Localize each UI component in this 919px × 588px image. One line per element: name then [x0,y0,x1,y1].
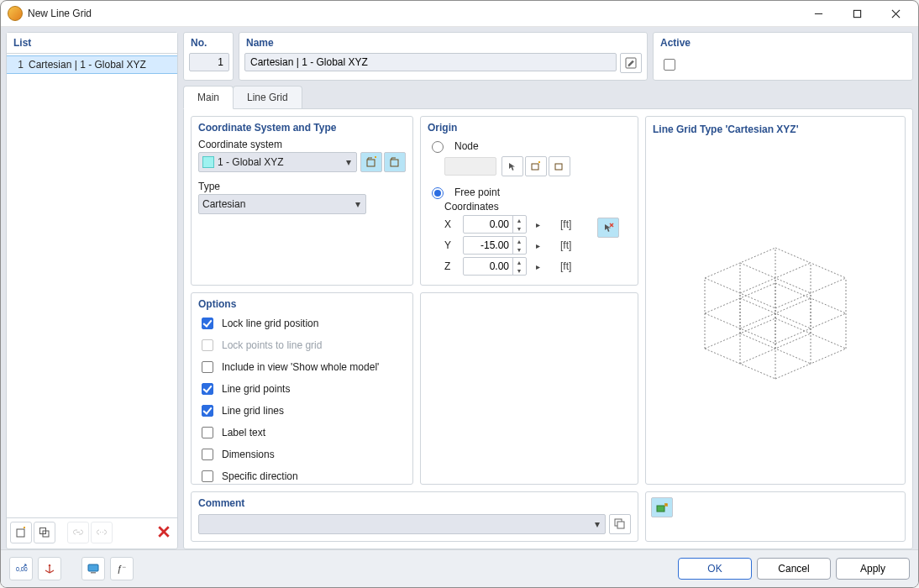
comment-library-button[interactable] [609,514,631,534]
coord-unit: [ft] [560,260,580,272]
preview-title: Line Grid Type 'Cartesian XYZ' [653,123,898,135]
coord-unit: [ft] [560,239,580,251]
svg-rect-12 [532,164,538,170]
option-row: Line grid points [198,381,406,397]
edit-cs-button[interactable] [384,152,406,172]
name-panel: Name [239,32,648,81]
list-item-index: 1 [13,59,24,71]
option-checkbox[interactable] [202,470,213,482]
spin-down-icon[interactable]: ▼ [513,266,525,275]
list-item-label: Cartesian | 1 - Global XYZ [29,59,146,71]
option-label: Specific direction [222,470,298,482]
coord-z-input[interactable] [464,258,512,275]
origin-freepoint-label: Free point [454,186,500,198]
maximize-button[interactable] [838,1,876,26]
arrow-right-icon[interactable]: ▸ [532,262,544,271]
svg-rect-10 [367,160,375,166]
name-input[interactable] [244,53,617,71]
option-checkbox[interactable] [202,449,213,460]
option-checkbox[interactable] [202,318,213,329]
name-label: Name [239,33,647,53]
coord-system-value: 1 - Global XYZ [218,156,344,168]
coord-axis-label: Z [444,260,460,272]
origin-freepoint-radio[interactable] [432,187,444,199]
cancel-button[interactable]: Cancel [757,558,831,580]
option-label: Include in view 'Show whole model' [222,361,379,373]
pick-point-button[interactable] [597,218,619,238]
svg-rect-47 [88,564,98,571]
spin-down-icon[interactable]: ▼ [513,224,525,233]
ok-button[interactable]: OK [678,558,752,580]
coord-z-spin[interactable]: ▲▼ [463,257,527,276]
footer-tool-cs[interactable] [38,557,61,580]
tab-main[interactable]: Main [183,86,234,109]
options-title: Options [198,298,406,310]
svg-rect-13 [555,164,562,170]
new-cs-button[interactable] [360,152,382,172]
list-body[interactable]: 1 Cartesian | 1 - Global XYZ [7,54,177,517]
footer-tool-units[interactable]: 0,00 [9,557,33,580]
delete-item-button[interactable] [154,522,174,542]
tab-line-grid[interactable]: Line Grid [233,86,302,109]
option-label: Lock points to line grid [222,339,322,351]
svg-rect-44 [617,522,624,528]
apply-button[interactable]: Apply [836,558,910,580]
spin-up-icon[interactable]: ▲ [513,258,525,266]
option-label: Line grid points [222,383,290,395]
edit-name-button[interactable] [620,53,642,73]
origin-title: Origin [428,122,631,134]
footer-tool-display[interactable] [81,557,105,580]
no-label: No. [184,33,233,53]
list-item[interactable]: 1 Cartesian | 1 - Global XYZ [7,55,177,74]
coord-section-title: Coordinate System and Type [198,122,406,134]
coord-system-combo[interactable]: 1 - Global XYZ ▾ [198,152,357,172]
svg-rect-45 [657,506,664,512]
type-combo[interactable]: Cartesian ▾ [198,194,366,214]
coord-axis-label: Y [444,239,460,251]
blank-panel [420,292,638,485]
copy-item-button[interactable] [34,522,55,543]
coord-axis-label: X [444,218,460,230]
coord-x-spin[interactable]: ▲▼ [463,215,527,234]
arrow-right-icon[interactable]: ▸ [532,220,544,229]
arrow-right-icon[interactable]: ▸ [532,241,544,250]
option-row: Line grid lines [198,402,406,419]
coord-y-input[interactable] [464,237,512,254]
active-checkbox[interactable] [664,59,675,71]
option-label: Label text [222,427,265,438]
edit-node-button[interactable] [549,156,570,176]
option-checkbox[interactable] [202,383,213,395]
no-input[interactable] [189,53,229,71]
new-node-button[interactable] [525,156,547,176]
spin-up-icon[interactable]: ▲ [513,216,525,224]
option-row: Dimensions [198,446,406,463]
option-checkbox[interactable] [202,405,213,417]
coordinates-label: Coordinates [444,201,631,213]
minimize-button[interactable] [799,1,838,26]
new-item-button[interactable] [10,522,32,543]
cs-swatch-icon [202,156,214,168]
option-label: Line grid lines [222,405,284,417]
option-checkbox[interactable] [202,361,213,373]
coord-system-label: Coordinate system [198,139,406,150]
close-button[interactable] [876,1,915,26]
coord-x-input[interactable] [464,216,512,233]
link-item-button [67,522,89,543]
svg-rect-11 [391,160,398,166]
preview-settings-button[interactable] [651,497,673,517]
spin-up-icon[interactable]: ▲ [513,237,525,245]
preview-panel: Line Grid Type 'Cartesian XYZ' [645,116,906,485]
spin-down-icon[interactable]: ▼ [513,245,525,254]
comment-combo[interactable]: ▾ [198,514,606,534]
option-checkbox[interactable] [202,427,213,438]
coord-y-spin[interactable]: ▲▼ [463,236,527,255]
comment-title: Comment [198,497,631,509]
svg-rect-1 [853,10,860,17]
type-label: Type [198,181,406,192]
active-label: Active [654,33,912,53]
pick-node-button[interactable] [502,156,523,176]
footer-tool-formula[interactable]: ƒ↔ [110,557,134,580]
node-input-disabled [444,157,496,176]
origin-node-radio[interactable] [432,141,444,153]
svg-rect-4 [17,529,24,537]
